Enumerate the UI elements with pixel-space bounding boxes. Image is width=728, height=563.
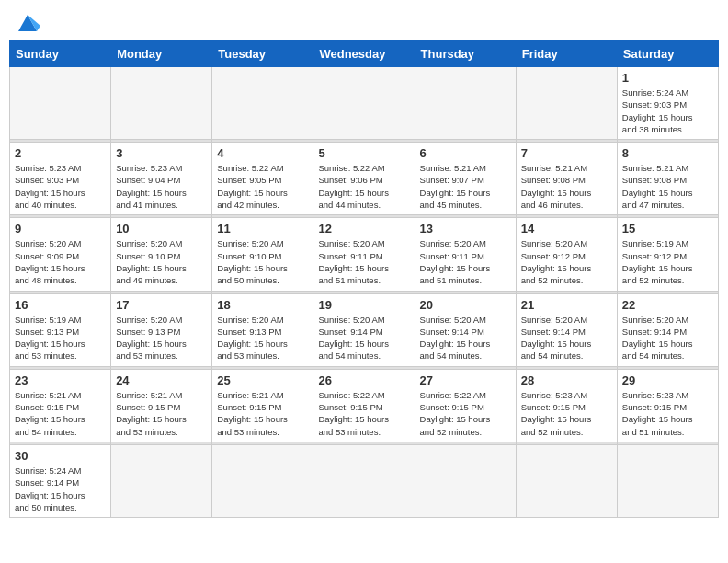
day-number: 13 [420, 222, 511, 236]
day-info: Sunrise: 5:21 AM Sunset: 9:08 PM Dayligh… [521, 162, 612, 211]
day-number: 9 [15, 222, 106, 236]
calendar-cell-7: 1Sunrise: 5:24 AM Sunset: 9:03 PM Daylig… [617, 67, 718, 140]
day-number: 6 [420, 146, 511, 160]
calendar-cell-10: 4Sunrise: 5:22 AM Sunset: 9:05 PM Daylig… [212, 143, 313, 215]
calendar-cell-23: 17Sunrise: 5:20 AM Sunset: 9:13 PM Dayli… [111, 293, 212, 366]
day-number: 27 [420, 373, 511, 387]
day-info: Sunrise: 5:23 AM Sunset: 9:15 PM Dayligh… [521, 389, 612, 438]
calendar-cell-14: 8Sunrise: 5:21 AM Sunset: 9:08 PM Daylig… [617, 143, 718, 215]
calendar-week-row-5: 23Sunrise: 5:21 AM Sunset: 9:15 PM Dayli… [10, 369, 719, 442]
weekday-header-sunday: Sunday [10, 41, 111, 67]
calendar-cell-39 [313, 444, 415, 517]
weekday-header-friday: Friday [516, 41, 617, 67]
day-number: 26 [318, 373, 409, 387]
calendar-cell-12: 6Sunrise: 5:21 AM Sunset: 9:07 PM Daylig… [415, 143, 516, 215]
day-info: Sunrise: 5:21 AM Sunset: 9:15 PM Dayligh… [217, 389, 308, 438]
day-info: Sunrise: 5:22 AM Sunset: 9:05 PM Dayligh… [217, 162, 308, 211]
day-info: Sunrise: 5:20 AM Sunset: 9:09 PM Dayligh… [15, 237, 106, 286]
calendar-cell-29: 23Sunrise: 5:21 AM Sunset: 9:15 PM Dayli… [10, 369, 111, 442]
day-number: 29 [622, 373, 713, 387]
day-number: 8 [622, 146, 713, 160]
day-info: Sunrise: 5:24 AM Sunset: 9:14 PM Dayligh… [15, 465, 106, 513]
weekday-header-saturday: Saturday [617, 41, 718, 67]
calendar-cell-2 [111, 67, 212, 140]
calendar-cell-42 [617, 444, 718, 517]
calendar-cell-41 [516, 444, 617, 517]
day-info: Sunrise: 5:20 AM Sunset: 9:14 PM Dayligh… [420, 314, 511, 362]
calendar-cell-16: 10Sunrise: 5:20 AM Sunset: 9:10 PM Dayli… [111, 218, 212, 291]
calendar-cell-1 [10, 67, 111, 140]
day-number: 2 [15, 146, 106, 160]
calendar-cell-20: 14Sunrise: 5:20 AM Sunset: 9:12 PM Dayli… [516, 218, 617, 291]
calendar-cell-30: 24Sunrise: 5:21 AM Sunset: 9:15 PM Dayli… [111, 369, 212, 442]
day-number: 10 [116, 222, 207, 236]
logo [13, 9, 40, 35]
weekday-header-tuesday: Tuesday [212, 41, 313, 67]
calendar-cell-3 [212, 67, 313, 140]
day-info: Sunrise: 5:21 AM Sunset: 9:15 PM Dayligh… [15, 389, 106, 438]
day-number: 7 [521, 146, 612, 160]
day-info: Sunrise: 5:20 AM Sunset: 9:14 PM Dayligh… [622, 314, 713, 362]
calendar-cell-24: 18Sunrise: 5:20 AM Sunset: 9:13 PM Dayli… [212, 293, 313, 366]
calendar-cell-9: 3Sunrise: 5:23 AM Sunset: 9:04 PM Daylig… [111, 143, 212, 215]
day-info: Sunrise: 5:20 AM Sunset: 9:10 PM Dayligh… [116, 237, 207, 286]
day-info: Sunrise: 5:23 AM Sunset: 9:04 PM Dayligh… [116, 162, 207, 211]
day-info: Sunrise: 5:20 AM Sunset: 9:13 PM Dayligh… [217, 314, 308, 362]
day-info: Sunrise: 5:20 AM Sunset: 9:13 PM Dayligh… [116, 314, 207, 362]
calendar-cell-5 [415, 67, 516, 140]
calendar-cell-11: 5Sunrise: 5:22 AM Sunset: 9:06 PM Daylig… [313, 143, 415, 215]
calendar-week-row-1: 1Sunrise: 5:24 AM Sunset: 9:03 PM Daylig… [10, 67, 719, 140]
day-number: 25 [217, 373, 308, 387]
day-info: Sunrise: 5:20 AM Sunset: 9:14 PM Dayligh… [318, 314, 409, 362]
weekday-header-row: SundayMondayTuesdayWednesdayThursdayFrid… [10, 41, 719, 67]
day-info: Sunrise: 5:19 AM Sunset: 9:12 PM Dayligh… [622, 237, 713, 286]
day-info: Sunrise: 5:20 AM Sunset: 9:10 PM Dayligh… [217, 237, 308, 286]
day-number: 22 [622, 298, 713, 312]
day-info: Sunrise: 5:20 AM Sunset: 9:11 PM Dayligh… [420, 237, 511, 286]
calendar-cell-31: 25Sunrise: 5:21 AM Sunset: 9:15 PM Dayli… [212, 369, 313, 442]
calendar-week-row-6: 30Sunrise: 5:24 AM Sunset: 9:14 PM Dayli… [10, 444, 719, 517]
calendar-cell-37 [111, 444, 212, 517]
day-info: Sunrise: 5:22 AM Sunset: 9:15 PM Dayligh… [318, 389, 409, 438]
day-number: 28 [521, 373, 612, 387]
weekday-header-thursday: Thursday [415, 41, 516, 67]
day-info: Sunrise: 5:19 AM Sunset: 9:13 PM Dayligh… [15, 314, 106, 362]
calendar-cell-15: 9Sunrise: 5:20 AM Sunset: 9:09 PM Daylig… [10, 218, 111, 291]
calendar-cell-18: 12Sunrise: 5:20 AM Sunset: 9:11 PM Dayli… [313, 218, 415, 291]
calendar-cell-26: 20Sunrise: 5:20 AM Sunset: 9:14 PM Dayli… [415, 293, 516, 366]
calendar-cell-40 [415, 444, 516, 517]
day-number: 3 [116, 146, 207, 160]
weekday-header-monday: Monday [111, 41, 212, 67]
calendar-cell-27: 21Sunrise: 5:20 AM Sunset: 9:14 PM Dayli… [516, 293, 617, 366]
calendar-cell-32: 26Sunrise: 5:22 AM Sunset: 9:15 PM Dayli… [313, 369, 415, 442]
calendar-cell-36: 30Sunrise: 5:24 AM Sunset: 9:14 PM Dayli… [10, 444, 111, 517]
day-number: 18 [217, 298, 308, 312]
day-number: 16 [15, 298, 106, 312]
calendar-cell-33: 27Sunrise: 5:22 AM Sunset: 9:15 PM Dayli… [415, 369, 516, 442]
day-number: 4 [217, 146, 308, 160]
generalblue-logo-icon [15, 9, 40, 35]
day-info: Sunrise: 5:21 AM Sunset: 9:08 PM Dayligh… [622, 162, 713, 211]
day-number: 17 [116, 298, 207, 312]
page-header [9, 9, 719, 35]
day-info: Sunrise: 5:20 AM Sunset: 9:12 PM Dayligh… [521, 237, 612, 286]
calendar-week-row-3: 9Sunrise: 5:20 AM Sunset: 9:09 PM Daylig… [10, 218, 719, 291]
day-info: Sunrise: 5:23 AM Sunset: 9:03 PM Dayligh… [15, 162, 106, 211]
calendar-cell-25: 19Sunrise: 5:20 AM Sunset: 9:14 PM Dayli… [313, 293, 415, 366]
day-number: 1 [622, 71, 713, 85]
calendar-cell-35: 29Sunrise: 5:23 AM Sunset: 9:15 PM Dayli… [617, 369, 718, 442]
calendar-table: SundayMondayTuesdayWednesdayThursdayFrid… [9, 40, 719, 518]
calendar-cell-22: 16Sunrise: 5:19 AM Sunset: 9:13 PM Dayli… [10, 293, 111, 366]
calendar-cell-4 [313, 67, 415, 140]
day-number: 12 [318, 222, 409, 236]
day-number: 21 [521, 298, 612, 312]
calendar-cell-38 [212, 444, 313, 517]
day-number: 15 [622, 222, 713, 236]
day-info: Sunrise: 5:22 AM Sunset: 9:15 PM Dayligh… [420, 389, 511, 438]
calendar-cell-8: 2Sunrise: 5:23 AM Sunset: 9:03 PM Daylig… [10, 143, 111, 215]
calendar-cell-19: 13Sunrise: 5:20 AM Sunset: 9:11 PM Dayli… [415, 218, 516, 291]
day-number: 23 [15, 373, 106, 387]
calendar-week-row-2: 2Sunrise: 5:23 AM Sunset: 9:03 PM Daylig… [10, 143, 719, 215]
calendar-cell-17: 11Sunrise: 5:20 AM Sunset: 9:10 PM Dayli… [212, 218, 313, 291]
day-number: 19 [318, 298, 409, 312]
